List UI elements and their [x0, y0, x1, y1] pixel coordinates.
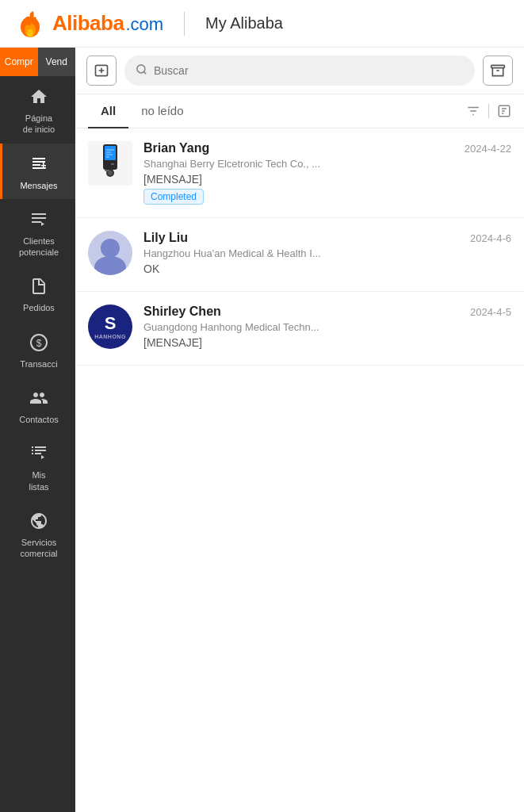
msg-preview-lily: OK [143, 262, 511, 275]
seller-toggle[interactable]: Vend [38, 48, 76, 76]
tabs-divider [488, 104, 489, 118]
orders-icon [29, 277, 48, 299]
logo-text: Alibaba .com [52, 11, 163, 36]
sidebar: Compr Vend Páginade inicio Mens [0, 48, 75, 812]
sidebar-item-transactions-label: Transacci [20, 358, 57, 370]
msg-preview-brian: [MENSAJE] [143, 173, 511, 186]
svg-text:$: $ [36, 338, 42, 349]
message-item-brian[interactable]: Brian Yang 2024-4-22 Shanghai Berry Elce… [75, 128, 524, 218]
home-icon [29, 87, 48, 109]
avatar-shirley: S HANHONG [88, 304, 132, 349]
search-icon [136, 63, 147, 78]
logo-alibaba: Alibaba [52, 11, 124, 36]
filter-button[interactable] [466, 104, 480, 118]
buyer-seller-toggle[interactable]: Compr Vend [0, 48, 75, 76]
my-alibaba-label: My Alibaba [205, 14, 283, 33]
search-input[interactable] [154, 64, 464, 77]
topbar [75, 48, 524, 94]
msg-name-brian: Brian Yang [143, 141, 209, 155]
tab-unread[interactable]: no leído [128, 94, 196, 128]
logo-dotcom: .com [125, 14, 163, 35]
msg-top-row-shirley: Shirley Chen 2024-4-5 [143, 304, 511, 319]
logo-area: Alibaba .com My Alibaba [16, 10, 283, 38]
app-header: Alibaba .com My Alibaba [0, 0, 524, 48]
sidebar-item-mylists[interactable]: Mislistas [0, 433, 75, 500]
sort-button[interactable] [497, 104, 511, 118]
svg-rect-10 [491, 65, 505, 67]
message-body-shirley: Shirley Chen 2024-4-5 Guangdong Hanhong … [143, 304, 511, 352]
msg-name-shirley: Shirley Chen [143, 304, 221, 319]
search-bar [124, 56, 475, 86]
device-image [94, 143, 127, 184]
avatar-shirley-logotext: HANHONG [94, 334, 126, 339]
main-layout: Compr Vend Páginade inicio Mens [0, 48, 524, 812]
sidebar-item-orders-label: Pedidos [23, 302, 55, 313]
svg-rect-13 [105, 146, 116, 160]
msg-company-brian: Shanghai Berry Elcetronic Tech Co., ... [143, 158, 511, 170]
message-item-shirley[interactable]: S HANHONG Shirley Chen 2024-4-5 Guangdon… [75, 292, 524, 366]
message-body-lily: Lily Liu 2024-4-6 Hangzhou Hua'an Medica… [143, 231, 511, 278]
avatar-shirley-letter: S [105, 315, 117, 332]
avatar-lily-head [101, 239, 120, 258]
msg-date-lily: 2024-4-6 [470, 232, 511, 244]
content-area: All no leído [75, 48, 524, 812]
sidebar-item-home[interactable]: Páginade inicio [0, 76, 75, 144]
sidebar-item-services-label: Servicioscomercial [20, 537, 57, 560]
sidebar-item-messages-label: Mensajes [20, 180, 57, 191]
header-divider [184, 12, 185, 36]
sidebar-item-leads[interactable]: Clientespotenciale [0, 199, 75, 266]
transactions-icon: $ [29, 333, 48, 355]
sidebar-item-mylists-label: Mislistas [29, 469, 48, 492]
tabs-actions [466, 104, 511, 118]
svg-point-2 [27, 29, 33, 37]
sidebar-item-home-label: Páginade inicio [23, 113, 55, 136]
avatar-lily [88, 231, 132, 275]
msg-top-row-lily: Lily Liu 2024-4-6 [143, 231, 511, 245]
sidebar-item-contacts[interactable]: Contactos [0, 377, 75, 433]
messages-icon [29, 155, 48, 177]
msg-name-lily: Lily Liu [143, 231, 188, 245]
message-list: Brian Yang 2024-4-22 Shanghai Berry Elce… [75, 128, 524, 812]
svg-rect-5 [43, 163, 44, 167]
tabs-bar: All no leído [75, 94, 524, 128]
svg-rect-17 [111, 163, 114, 165]
new-message-button[interactable] [86, 56, 117, 86]
mylists-icon [29, 444, 48, 466]
sidebar-item-services[interactable]: Servicioscomercial [0, 500, 75, 568]
contacts-icon [29, 389, 48, 411]
tab-all[interactable]: All [88, 94, 128, 128]
message-body-brian: Brian Yang 2024-4-22 Shanghai Berry Elce… [143, 141, 511, 205]
alibaba-flame-icon [16, 10, 44, 38]
avatar-brian [88, 141, 132, 186]
msg-date-brian: 2024-4-22 [465, 143, 511, 155]
svg-rect-16 [105, 170, 109, 171]
msg-preview-shirley: [MENSAJE] [143, 336, 511, 349]
sidebar-item-messages[interactable]: Mensajes [0, 144, 75, 199]
sidebar-item-contacts-label: Contactos [19, 414, 59, 425]
completed-badge: Completed [143, 189, 204, 205]
archive-button[interactable] [483, 56, 513, 86]
avatar-lily-body [94, 256, 126, 275]
sidebar-item-transactions[interactable]: $ Transacci [0, 322, 75, 377]
msg-date-shirley: 2024-4-5 [470, 306, 511, 318]
svg-rect-4 [41, 167, 46, 169]
msg-company-lily: Hangzhou Hua'an Medical & Health I... [143, 247, 511, 259]
leads-icon [29, 210, 48, 232]
sidebar-item-orders[interactable]: Pedidos [0, 266, 75, 321]
services-icon [29, 511, 48, 534]
sidebar-item-leads-label: Clientespotenciale [19, 236, 59, 259]
message-item-lily[interactable]: Lily Liu 2024-4-6 Hangzhou Hua'an Medica… [75, 218, 524, 292]
buyer-toggle[interactable]: Compr [0, 48, 38, 76]
msg-top-row-brian: Brian Yang 2024-4-22 [143, 141, 511, 155]
msg-company-shirley: Guangdong Hanhong Medical Techn... [143, 321, 511, 333]
svg-point-9 [137, 65, 145, 73]
